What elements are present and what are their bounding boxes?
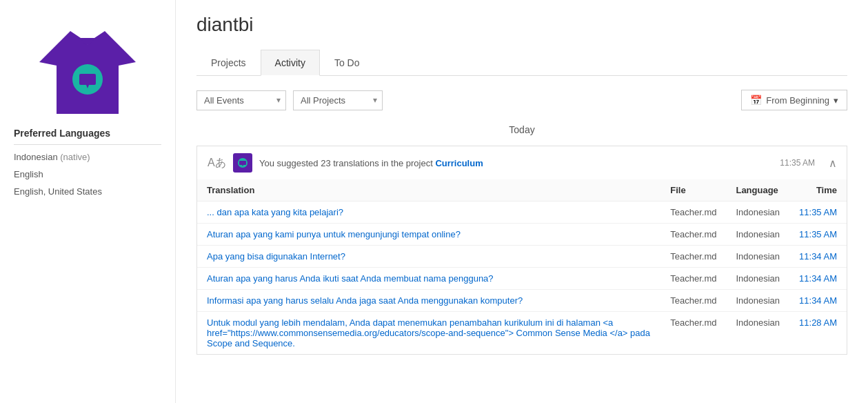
- calendar-icon: 📅: [750, 95, 762, 106]
- time-link[interactable]: 11:34 AM: [799, 273, 837, 284]
- translation-text-link[interactable]: Informasi apa yang harus selalu Anda jag…: [207, 295, 523, 306]
- file-cell: Teacher.md: [660, 202, 726, 224]
- projects-filter[interactable]: All Projects: [293, 90, 383, 110]
- collapse-button[interactable]: ∧: [829, 157, 837, 170]
- project-link[interactable]: Curriculum: [435, 158, 483, 168]
- table-row: Informasi apa yang harus selalu Anda jag…: [197, 290, 847, 312]
- table-row: ... dan apa kata yang kita pelajari?Teac…: [197, 202, 847, 224]
- time-cell: 11:35 AM: [789, 224, 847, 246]
- events-filter-wrapper: All Events: [196, 90, 286, 110]
- table-row: Untuk modul yang lebih mendalam, Anda da…: [197, 312, 847, 355]
- avatar: [39, 14, 136, 117]
- sidebar: Preferred Languages Indonesian (native) …: [0, 0, 176, 403]
- from-beginning-label: From Beginning: [766, 95, 829, 106]
- language-cell: Indonesian: [726, 312, 789, 355]
- dropdown-arrow-icon: ▾: [834, 95, 838, 106]
- col-time: Time: [789, 179, 847, 202]
- language-cell: Indonesian: [726, 202, 789, 224]
- tab-projects[interactable]: Projects: [196, 50, 261, 76]
- file-cell: Teacher.md: [660, 312, 726, 355]
- from-beginning-button[interactable]: 📅 From Beginning ▾: [741, 90, 847, 110]
- time-cell: 11:35 AM: [789, 202, 847, 224]
- svg-text:Aあ: Aあ: [208, 157, 225, 168]
- time-link[interactable]: 11:35 AM: [799, 207, 837, 217]
- time-cell: 11:34 AM: [789, 268, 847, 290]
- translation-text-link[interactable]: ... dan apa kata yang kita pelajari?: [207, 207, 343, 217]
- preferred-languages-title: Preferred Languages: [14, 128, 161, 145]
- table-row: Aturan apa yang harus Anda ikuti saat An…: [197, 268, 847, 290]
- language-cell: Indonesian: [726, 290, 789, 312]
- language-item-english-us: English, United States: [14, 185, 161, 199]
- translation-text-link[interactable]: Aturan apa yang kami punya untuk mengunj…: [207, 229, 461, 239]
- time-cell: 11:28 AM: [789, 312, 847, 355]
- time-link[interactable]: 11:34 AM: [799, 251, 837, 262]
- project-avatar-icon: [233, 153, 252, 173]
- file-cell: Teacher.md: [660, 268, 726, 290]
- language-item-english: English: [14, 168, 161, 182]
- translation-text-link[interactable]: Untuk modul yang lebih mendalam, Anda da…: [207, 317, 650, 348]
- avatar-container: [14, 14, 161, 117]
- page-title: diantbi: [196, 14, 847, 36]
- col-language: Language: [726, 179, 789, 202]
- language-item-indonesian: Indonesian (native): [14, 150, 161, 165]
- time-link[interactable]: 11:35 AM: [799, 229, 837, 239]
- events-filter[interactable]: All Events: [196, 90, 286, 110]
- file-cell: Teacher.md: [660, 224, 726, 246]
- tabs: Projects Activity To Do: [196, 50, 847, 76]
- translation-text-link[interactable]: Apa yang bisa digunakan Internet?: [207, 251, 345, 262]
- time-link[interactable]: 11:34 AM: [799, 295, 837, 306]
- file-cell: Teacher.md: [660, 246, 726, 268]
- language-list: Indonesian (native) English English, Uni…: [14, 150, 161, 199]
- activity-item: Aあ You suggested 23 translations in the …: [196, 146, 847, 355]
- table-row: Apa yang bisa digunakan Internet?Teacher…: [197, 246, 847, 268]
- translation-text-link[interactable]: Aturan apa yang harus Anda ikuti saat An…: [207, 273, 494, 284]
- language-cell: Indonesian: [726, 224, 789, 246]
- col-file: File: [660, 179, 726, 202]
- table-header-row: Translation File Language Time: [197, 179, 847, 202]
- main-content: diantbi Projects Activity To Do All Even…: [176, 0, 868, 403]
- activity-description: You suggested 23 translations in the pro…: [259, 158, 773, 168]
- tab-todo[interactable]: To Do: [320, 50, 374, 76]
- translation-table: Translation File Language Time ... dan a…: [197, 179, 847, 354]
- time-link[interactable]: 11:28 AM: [799, 317, 837, 328]
- projects-filter-wrapper: All Projects: [293, 90, 383, 110]
- translation-icon: Aあ: [207, 153, 226, 173]
- activity-header: Aあ You suggested 23 translations in the …: [197, 146, 847, 179]
- table-row: Aturan apa yang kami punya untuk mengunj…: [197, 224, 847, 246]
- activity-timestamp: 11:35 AM: [780, 158, 815, 168]
- file-cell: Teacher.md: [660, 290, 726, 312]
- filters-row: All Events All Projects 📅 From Beginning…: [196, 90, 847, 110]
- time-cell: 11:34 AM: [789, 290, 847, 312]
- language-cell: Indonesian: [726, 246, 789, 268]
- activity-text-before: You suggested 23 translations in the pro…: [259, 158, 433, 168]
- today-label: Today: [196, 124, 847, 135]
- time-cell: 11:34 AM: [789, 246, 847, 268]
- language-cell: Indonesian: [726, 268, 789, 290]
- tab-activity[interactable]: Activity: [261, 50, 320, 76]
- col-translation: Translation: [197, 179, 660, 202]
- date-filter-container: 📅 From Beginning ▾: [741, 90, 847, 110]
